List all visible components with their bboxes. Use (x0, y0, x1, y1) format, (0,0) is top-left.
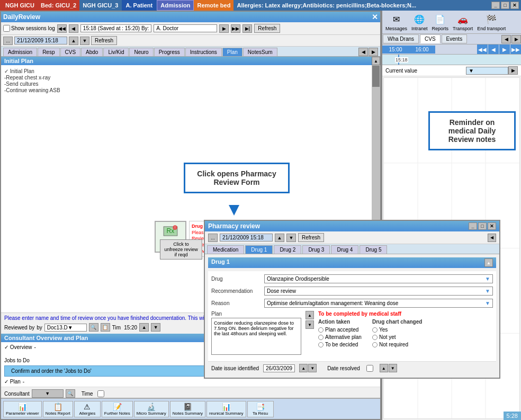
popup-tab-drug4[interactable]: Drug 4 (331, 245, 358, 254)
consultant-dropdown[interactable]: ▼ (32, 389, 64, 398)
radio-not-yet-btn[interactable] (372, 335, 378, 340)
date-issue-nav-up[interactable]: ▲ (299, 364, 308, 372)
popup-tab-drug1[interactable]: Drug 1 (245, 245, 273, 254)
reason-value-field[interactable]: Optimise delirium/agitation management: … (264, 299, 493, 308)
current-value-dropdown[interactable]: ▼ (466, 67, 508, 75)
time-nav-down[interactable]: ▼ (151, 323, 160, 332)
reports-btn[interactable]: 📄 Reports (432, 13, 449, 31)
recommendation-value-field[interactable]: Dose review ▼ (264, 287, 493, 296)
date-resolved-nav-up[interactable]: ▲ (380, 364, 388, 372)
taskbar-ta-resu[interactable]: 📑 Ta Resu (247, 401, 274, 417)
popup-close[interactable]: ✕ (488, 222, 496, 230)
tab-nav-left[interactable]: ◀ (358, 48, 368, 56)
nav-next-next-btn[interactable]: ▶▶ (231, 24, 240, 33)
taskbar-notes-report[interactable]: 📋 Notes Report (43, 401, 73, 417)
tab-resp[interactable]: Resp (38, 48, 59, 56)
date-resolved-check[interactable] (366, 365, 373, 372)
time-nav-up[interactable]: ▲ (139, 323, 149, 332)
end-transport-btn[interactable]: 🏁 End transport (477, 13, 506, 31)
taskbar-allergies[interactable]: ⚠ Allergies (74, 401, 101, 417)
refresh-btn[interactable]: Refresh (254, 24, 280, 33)
popup-tab-medication[interactable]: Medication (207, 245, 244, 254)
panel-close-btn[interactable]: ✕ (372, 13, 378, 21)
reviewed-by-icon[interactable]: 🔍 (89, 323, 98, 332)
plan-scroll-down[interactable]: ▼ (306, 320, 314, 329)
intranet-btn[interactable]: 🌐 Intranet (411, 13, 428, 31)
tab-cvs[interactable]: CVS (420, 34, 441, 43)
nav-prev-prev-btn[interactable]: ◀◀ (57, 24, 67, 33)
reviewed-by-nav[interactable]: 📋 (101, 323, 110, 332)
popup-maximize[interactable]: □ (478, 222, 487, 230)
date-issue-nav-down[interactable]: ▼ (308, 364, 317, 372)
tab-admission[interactable]: Admission (3, 48, 37, 56)
nav-prev-btn[interactable]: ◀ (69, 24, 78, 33)
tab-progress[interactable]: Progress (154, 48, 185, 56)
tab-who-drans[interactable]: Wha Drans (383, 34, 419, 43)
popup-tab-drug3[interactable]: Drug 3 (302, 245, 330, 254)
date-resolved-nav-down[interactable]: ▼ (389, 364, 397, 372)
plan-scroll-up[interactable]: ▲ (306, 311, 314, 319)
popup-tab-drug2[interactable]: Drug 2 (274, 245, 301, 254)
plan-text-content[interactable]: Consider reducing olanzepine dose to 7.5… (211, 318, 301, 355)
popup-date-nav-up[interactable]: ▲ (275, 234, 284, 242)
time-label2: Time (82, 391, 93, 397)
messages-btn[interactable]: ✉ Messages (385, 13, 407, 31)
date-nav-up[interactable]: ▲ (69, 37, 78, 45)
timeline-nav-prev[interactable]: ◀ (488, 44, 499, 54)
timeline-marker-row: 15:18 (382, 55, 521, 65)
tab-events[interactable]: Events (442, 34, 468, 43)
taskbar-reunical[interactable]: 📊 reunical Summary (206, 401, 246, 417)
popup-scroll-left[interactable]: ◀ (488, 234, 496, 242)
right-tab-nav-left[interactable]: ◀ (501, 35, 511, 43)
taskbar-micro-summary[interactable]: 🔬 Micro Summary (134, 401, 169, 417)
radio-plan-accepted-btn[interactable] (318, 327, 324, 333)
right-tab-nav-right[interactable]: ▶ (511, 35, 521, 43)
timeline-nav-next[interactable]: ▶ (499, 44, 510, 54)
timeline-nav-prev-prev[interactable]: ◀◀ (477, 44, 488, 54)
unfreeze-btn[interactable]: Click to unfreeze review if reqd (160, 239, 202, 260)
sessions-log-check-input[interactable] (3, 25, 10, 32)
popup-tab-drug5[interactable]: Drug 5 (360, 245, 387, 254)
expand-btn[interactable]: ... (3, 37, 13, 45)
popup-date-nav-down[interactable]: ▼ (286, 234, 296, 242)
radio-yes-btn[interactable] (372, 327, 378, 333)
current-value-expand[interactable]: ▶ (508, 66, 518, 75)
popup-tabs: Medication Drug 1 Drug 2 Drug 3 Drug 4 D… (205, 244, 499, 254)
tab-plan[interactable]: Plan (222, 48, 242, 56)
intranet-icon: 🌐 (412, 13, 427, 25)
tab-neuro[interactable]: Neuro (129, 48, 153, 56)
close-btn[interactable]: ✕ (510, 2, 519, 9)
taskbar-further-notes[interactable]: 📝 Further Notes (102, 401, 133, 417)
saved-by-dropdown[interactable]: A. Doctor (154, 24, 217, 32)
date-refresh-btn[interactable]: Refresh (91, 36, 117, 45)
consultant-search[interactable]: 🔍 (66, 389, 75, 398)
tab-cvs[interactable]: CVS (60, 48, 81, 56)
scroll-up-btn[interactable]: ▲ (372, 57, 380, 65)
minimize-btn[interactable]: _ (491, 2, 500, 9)
tab-nav-right-btn[interactable]: ▶ (369, 48, 378, 56)
radio-not-required-btn[interactable] (372, 342, 378, 347)
popup-refresh-btn[interactable]: Refresh (298, 233, 324, 242)
tab-abdo[interactable]: Abdo (81, 48, 103, 56)
drug-scroll-up[interactable]: ▲ (484, 258, 493, 267)
radio-to-be-decided-btn[interactable] (318, 342, 324, 347)
popup-expand-btn[interactable]: ... (208, 234, 218, 242)
taskbar-notes-summary[interactable]: 📓 Notes Summary (170, 401, 205, 417)
sessions-log-checkbox[interactable]: Show sessions log (3, 25, 55, 32)
tab-notessum[interactable]: NotesSum (243, 48, 277, 56)
nav-next-btn[interactable]: ▶ (219, 24, 229, 33)
transport-btn[interactable]: 🚗 Transport (453, 13, 473, 31)
nav-end-btn[interactable]: ▶| (242, 24, 252, 33)
time-checkbox[interactable] (97, 390, 104, 397)
date-nav-down[interactable]: ▼ (80, 37, 89, 45)
timeline-nav-next-next[interactable]: ▶▶ (510, 44, 521, 54)
popup-minimize[interactable]: _ (469, 222, 477, 230)
maximize-btn[interactable]: □ (501, 2, 509, 9)
tab-livkid[interactable]: Liv/Kid (103, 48, 129, 56)
tab-instructions[interactable]: Instructions (185, 48, 222, 56)
taskbar-param-viewer[interactable]: 📊 Parameter viewer (3, 401, 42, 417)
radio-alternative-btn[interactable] (318, 335, 324, 340)
drug-value-field[interactable]: Olanzapine Orodispersible ▼ (264, 274, 493, 283)
reviewed-by-dropdown[interactable]: Doc13.D▼ (44, 324, 87, 332)
scroll-thumb[interactable] (372, 66, 380, 87)
